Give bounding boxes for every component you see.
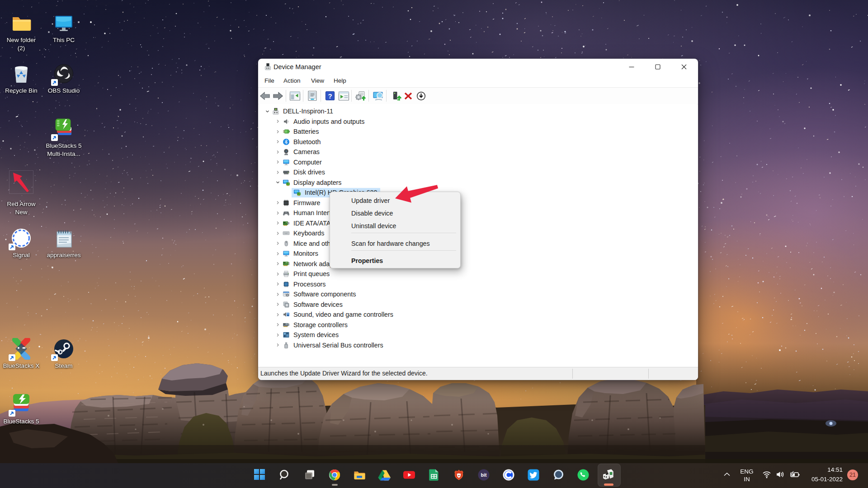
svg-text:bit: bit bbox=[481, 472, 487, 478]
svg-text:?: ? bbox=[328, 92, 332, 100]
